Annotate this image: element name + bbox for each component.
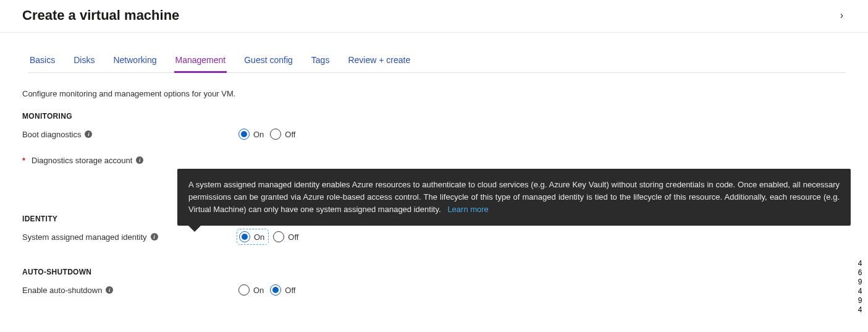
label-boot-diagnostics: Boot diagnostics i bbox=[22, 130, 220, 139]
figure-number: 469494 bbox=[856, 259, 864, 315]
radio-icon bbox=[270, 284, 281, 296]
radio-icon bbox=[239, 231, 250, 242]
row-sami: System assigned managed identity i On Of… bbox=[22, 228, 846, 245]
radio-sami-on[interactable]: On bbox=[239, 231, 264, 242]
section-title-monitoring: MONITORING bbox=[22, 112, 846, 121]
radio-boot-diagnostics-off[interactable]: Off bbox=[270, 129, 295, 140]
label-autoshutdown-text: Enable auto-shutdown bbox=[22, 286, 102, 295]
row-boot-diagnostics: Boot diagnostics i On Off bbox=[22, 126, 846, 143]
page-header: Create a virtual machine › bbox=[0, 0, 868, 33]
page-title: Create a virtual machine bbox=[22, 7, 179, 23]
focus-ring: On bbox=[238, 231, 267, 243]
row-diag-storage: * Diagnostics storage account i bbox=[22, 151, 846, 169]
radio-autoshutdown-on[interactable]: On bbox=[238, 284, 264, 296]
label-boot-diagnostics-text: Boot diagnostics bbox=[22, 130, 81, 139]
label-diag-storage: * Diagnostics storage account i bbox=[22, 156, 220, 165]
radio-boot-diagnostics-on[interactable]: On bbox=[238, 129, 264, 140]
tab-basics[interactable]: Basics bbox=[28, 51, 56, 73]
tab-disks[interactable]: Disks bbox=[72, 51, 96, 73]
info-icon[interactable]: i bbox=[136, 156, 143, 164]
controls-autoshutdown: On Off bbox=[238, 284, 295, 296]
intro-text: Configure monitoring and management opti… bbox=[22, 89, 846, 98]
radio-label-off: Off bbox=[285, 286, 295, 295]
radio-label-on: On bbox=[253, 286, 264, 295]
info-icon[interactable]: i bbox=[151, 233, 158, 240]
radio-icon bbox=[238, 129, 250, 140]
required-asterisk-icon: * bbox=[22, 156, 25, 165]
label-diag-storage-text: Diagnostics storage account bbox=[32, 156, 132, 165]
radio-icon bbox=[273, 231, 284, 242]
tooltip-beak-icon bbox=[188, 226, 201, 232]
label-sami: System assigned managed identity i bbox=[22, 232, 220, 242]
info-icon[interactable]: i bbox=[106, 286, 113, 294]
tabs-bar: Basics Disks Networking Management Guest… bbox=[28, 51, 846, 73]
radio-label-off: Off bbox=[288, 232, 298, 242]
tab-management[interactable]: Management bbox=[174, 51, 227, 73]
tab-networking[interactable]: Networking bbox=[112, 51, 158, 73]
radio-icon bbox=[270, 129, 281, 140]
radio-label-on: On bbox=[253, 130, 264, 139]
label-autoshutdown: Enable auto-shutdown i bbox=[22, 286, 220, 295]
radio-autoshutdown-off[interactable]: Off bbox=[270, 284, 295, 296]
tooltip-sami: A system assigned managed identity enabl… bbox=[177, 169, 851, 226]
tab-guest-config[interactable]: Guest config bbox=[243, 51, 294, 73]
controls-sami: On Off bbox=[238, 231, 298, 243]
tab-review-create[interactable]: Review + create bbox=[347, 51, 411, 73]
radio-sami-off[interactable]: Off bbox=[273, 231, 298, 242]
learn-more-link[interactable]: Learn more bbox=[447, 205, 488, 214]
section-title-autoshutdown: AUTO-SHUTDOWN bbox=[22, 268, 846, 276]
radio-label-on: On bbox=[254, 232, 264, 242]
tooltip-text: A system assigned managed identity enabl… bbox=[188, 180, 840, 214]
info-icon[interactable]: i bbox=[85, 130, 92, 138]
tab-tags[interactable]: Tags bbox=[310, 51, 331, 73]
label-sami-text: System assigned managed identity bbox=[22, 232, 147, 242]
row-autoshutdown: Enable auto-shutdown i On Off bbox=[22, 281, 846, 299]
radio-icon bbox=[238, 284, 250, 296]
controls-boot-diagnostics: On Off bbox=[238, 129, 295, 140]
chevron-right-icon[interactable]: › bbox=[840, 10, 846, 21]
radio-label-off: Off bbox=[285, 130, 295, 139]
